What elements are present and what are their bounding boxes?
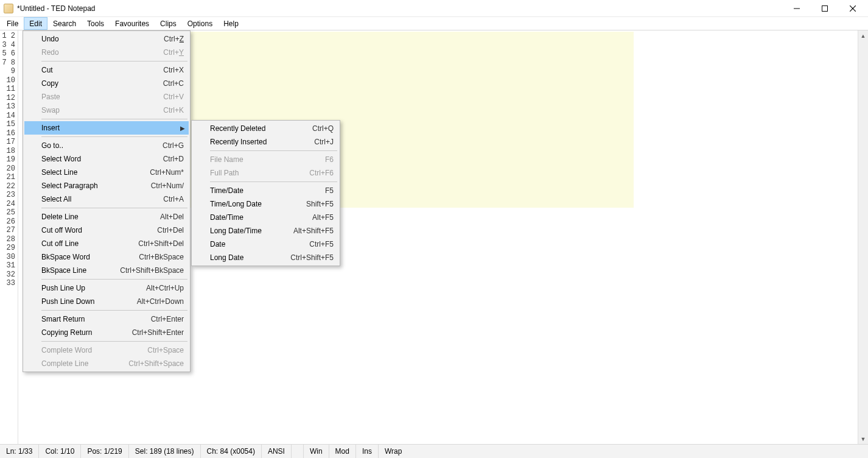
close-button[interactable]	[839, 0, 867, 17]
edit-menu-select-paragraph[interactable]: Select ParagraphCtrl+Num/	[24, 179, 189, 192]
menu-item-shortcut: Ctrl+Y	[163, 48, 184, 57]
menu-item-shortcut: Ctrl+Shift+Space	[128, 359, 184, 368]
insert-menu-long-date[interactable]: Long DateCtrl+Shift+F5	[193, 251, 338, 264]
insert-menu-recently-deleted[interactable]: Recently DeletedCtrl+Q	[193, 122, 338, 135]
menu-item-label: Date	[210, 240, 295, 248]
edit-menu-select-all[interactable]: Select AllCtrl+A	[24, 192, 189, 206]
menu-item-label: Full Path	[210, 169, 295, 177]
insert-menu-time-long-date[interactable]: Time/Long DateShift+F5	[193, 197, 338, 211]
edit-menu-cut-off-line[interactable]: Cut off LineCtrl+Shift+Del	[24, 237, 189, 250]
menu-item-shortcut: Ctrl+Shift+Del	[138, 239, 184, 248]
edit-menu-select-word[interactable]: Select WordCtrl+D	[24, 152, 189, 166]
edit-menu-complete-word: Complete WordCtrl+Space	[24, 344, 189, 357]
edit-menu-separator	[41, 310, 187, 311]
menu-item-shortcut: F5	[325, 186, 334, 195]
menu-item-shortcut: Ctrl+Num/	[151, 181, 184, 190]
menu-clips[interactable]: Clips	[155, 17, 182, 30]
menu-item-shortcut: Ctrl+A	[163, 195, 184, 203]
status-pos: Pos: 1/219	[81, 445, 128, 458]
insert-menu-recently-inserted[interactable]: Recently InsertedCtrl+J	[193, 135, 338, 149]
edit-menu-push-line-up[interactable]: Push Line UpAlt+Ctrl+Up	[24, 281, 189, 295]
menu-item-label: BkSpace Word	[41, 253, 124, 261]
menu-item-shortcut: Ctrl+G	[163, 141, 184, 150]
app-icon	[4, 4, 13, 13]
menu-item-label: Select Line	[41, 168, 135, 177]
status-mod: Mod	[329, 445, 356, 458]
menu-item-label: Recently Inserted	[210, 138, 299, 146]
menu-item-label: File Name	[210, 155, 310, 164]
status-wrap: Wrap	[379, 445, 408, 458]
edit-menu-smart-return[interactable]: Smart ReturnCtrl+Enter	[24, 312, 189, 326]
menu-tools[interactable]: Tools	[82, 17, 110, 30]
menu-options[interactable]: Options	[182, 17, 218, 30]
edit-menu-bkspace-line[interactable]: BkSpace LineCtrl+Shift+BkSpace	[24, 264, 189, 277]
menubar: FileEditSearchToolsFavouritesClipsOption…	[0, 17, 868, 30]
edit-menu-separator	[41, 119, 187, 119]
edit-menu-undo[interactable]: UndoCtrl+Z	[24, 32, 189, 46]
menu-item-shortcut: Ctrl+C	[163, 79, 184, 88]
menu-item-shortcut: Alt+Del	[160, 213, 184, 221]
menu-edit[interactable]: Edit	[24, 17, 47, 30]
menu-item-shortcut: Ctrl+F6	[309, 169, 334, 177]
insert-menu-file-name: File NameF6	[193, 153, 338, 166]
insert-menu-time-date[interactable]: Time/DateF5	[193, 184, 338, 197]
menu-item-label: Complete Line	[41, 359, 114, 368]
status-ch: Ch: 84 (x0054)	[201, 445, 262, 458]
minimize-button[interactable]	[783, 0, 811, 17]
edit-menu-cut[interactable]: CutCtrl+X	[24, 63, 189, 77]
maximize-button[interactable]	[811, 0, 839, 17]
menu-item-shortcut: Ctrl+X	[163, 66, 184, 74]
edit-menu-select-line[interactable]: Select LineCtrl+Num*	[24, 166, 189, 179]
insert-menu-separator	[210, 181, 337, 182]
menu-item-label: Undo	[41, 35, 149, 43]
edit-menu-cut-off-word[interactable]: Cut off WordCtrl+Del	[24, 224, 189, 237]
menu-item-shortcut: F6	[325, 155, 334, 164]
scroll-up-icon[interactable]: ▲	[858, 30, 868, 41]
edit-menu-paste: PasteCtrl+V	[24, 90, 189, 104]
edit-menu-separator	[41, 208, 187, 208]
menu-item-label: Long Date/Time	[210, 227, 279, 235]
edit-menu-push-line-down[interactable]: Push Line DownAlt+Ctrl+Down	[24, 295, 189, 308]
menu-item-label: Select Paragraph	[41, 181, 136, 190]
menu-file[interactable]: File	[1, 17, 24, 30]
insert-menu-date[interactable]: DateCtrl+F5	[193, 238, 338, 251]
menu-search[interactable]: Search	[47, 17, 82, 30]
menu-item-label: Time/Date	[210, 186, 310, 195]
menu-item-label: Cut off Line	[41, 239, 124, 248]
menu-item-label: Complete Word	[41, 346, 133, 354]
menu-item-shortcut: Alt+Ctrl+Up	[146, 284, 184, 292]
edit-menu-bkspace-word[interactable]: BkSpace WordCtrl+BkSpace	[24, 250, 189, 264]
status-ln: Ln: 1/33	[0, 445, 39, 458]
edit-menu-separator	[41, 341, 187, 342]
insert-menu-long-date-time[interactable]: Long Date/TimeAlt+Shift+F5	[193, 224, 338, 238]
menu-help[interactable]: Help	[218, 17, 244, 30]
menu-item-label: Delete Line	[41, 213, 145, 221]
edit-menu-copy[interactable]: CopyCtrl+C	[24, 77, 189, 90]
menu-item-label: Time/Long Date	[210, 200, 292, 208]
titlebar: *Untitled - TED Notepad	[0, 0, 868, 17]
menu-item-shortcut: Ctrl+Space	[147, 346, 184, 354]
scroll-down-icon[interactable]: ▼	[858, 434, 868, 444]
menu-item-shortcut: Ctrl+K	[163, 106, 184, 114]
window-title: *Untitled - TED Notepad	[17, 4, 96, 13]
insert-menu-date-time[interactable]: Date/TimeAlt+F5	[193, 211, 338, 224]
menu-item-label: Cut	[41, 66, 149, 74]
edit-menu-delete-line[interactable]: Delete LineAlt+Del	[24, 210, 189, 224]
menu-item-label: Recently Deleted	[210, 124, 298, 133]
edit-menu-separator	[41, 61, 187, 62]
menu-item-label: Date/Time	[210, 213, 298, 222]
edit-menu-copying-return[interactable]: Copying ReturnCtrl+Shift+Enter	[24, 326, 189, 339]
menu-favourites[interactable]: Favourites	[110, 17, 155, 30]
menu-item-label: Push Line Up	[41, 284, 131, 292]
menu-item-shortcut: Ctrl+Z	[164, 35, 184, 43]
edit-menu-go-to[interactable]: Go to..Ctrl+G	[24, 139, 189, 152]
menu-item-shortcut: Shift+F5	[306, 200, 334, 208]
edit-menu-insert[interactable]: Insert▶	[24, 121, 189, 135]
menu-item-label: Select All	[41, 195, 149, 203]
menu-item-label: Go to..	[41, 141, 148, 150]
menu-item-label: Copying Return	[41, 328, 117, 337]
submenu-arrow-icon: ▶	[180, 125, 185, 132]
menu-item-shortcut: Ctrl+D	[163, 155, 184, 163]
vertical-scrollbar[interactable]: ▲ ▼	[858, 30, 868, 444]
menu-item-label: Cut off Word	[41, 226, 142, 234]
